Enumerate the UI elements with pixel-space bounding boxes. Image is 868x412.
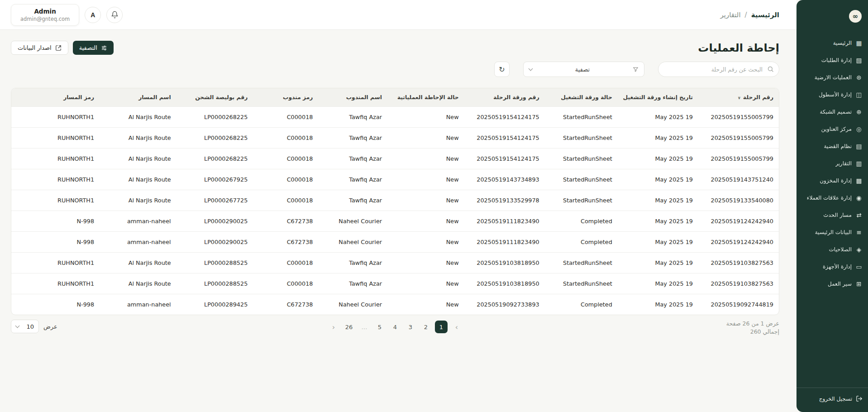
cell-runsheet-created-date: May 2025 19 [618,127,698,148]
sidebar-item-label: إدارة الطلبات [821,57,852,63]
sidebar-item-address-center[interactable]: ◎ مركز العناوين [796,120,868,138]
pagination-item[interactable]: 4 [389,321,401,333]
cell-route-name: amman-naheel [100,231,176,252]
cell-courier-name: Naheel Courier [318,231,387,252]
actions: التصفية اصدار البيانات [11,41,114,55]
filter-dropdown[interactable]: تصفية [523,62,644,77]
cell-awb-number: LP0000288525 [176,252,253,273]
page-size-select[interactable]: 10 [11,320,39,333]
network-design-icon: ⊕ [855,108,863,115]
column-header-label: حالة الإحاطة العملياتية [397,94,459,101]
language-button[interactable]: A [85,7,101,23]
cell-trip-sheet-number: 20250519111823490 [464,211,545,231]
chevron-down-icon [529,67,533,71]
chevron-down-icon [15,324,20,328]
column-header[interactable]: حالة ورقة التشغيل [545,88,618,106]
fleet-icon: ◫ [855,91,863,98]
cell-courier-name: Tawfiq Azar [318,148,387,169]
cell-trip-number: 20250519103827563 [698,252,779,273]
pagination-item[interactable]: 26 [343,321,355,333]
sidebar-item-workflow[interactable]: ⊞ سير العمل [796,275,868,292]
export-button[interactable]: اصدار البيانات [11,41,68,55]
cell-trip-sheet-number: 20250519111823490 [464,231,545,252]
column-header[interactable]: اسم المندوب [318,88,387,106]
cell-courier-name: Tawfiq Azar [318,127,387,148]
notifications-button[interactable] [106,7,123,23]
cell-route-name: Al Narjis Route [100,127,176,148]
pagination-item[interactable]: › [450,321,463,333]
column-header[interactable]: رقم ورقة الرحلة [464,88,545,106]
cell-courier-code: C000018 [253,127,318,148]
column-header-label: رقم الرحلة [743,94,773,101]
sidebar-item-fleet[interactable]: ◫ إدارة الأسطول [796,86,868,103]
pagination-item[interactable]: ‹ [327,321,340,333]
column-header[interactable]: اسم المسار [100,88,176,106]
cell-briefing-status: New [387,169,464,190]
cell-trip-number: 20250519143751240 [698,169,779,190]
cell-trip-sheet-number: 20250519103818950 [464,252,545,273]
column-header[interactable]: رمز المسار [11,88,100,106]
pagination-item[interactable]: 3 [404,321,417,333]
sidebar-item-crm[interactable]: ◉ إدارة علاقات العملاء [796,189,868,206]
topbar: الرئيسية / التقارير A Admin admin@gnteq.… [0,0,796,30]
profile-card[interactable]: Admin admin@gnteq.com [11,4,79,26]
operations-table: رقم الرحلة ∨ تاريخ إنشاء ورقة التشغيل [11,88,779,315]
cell-trip-number: 20250519103827563 [698,273,779,294]
pagination-item[interactable]: 1 [435,321,448,333]
column-header[interactable]: رقم الرحلة ∨ [698,88,779,106]
breadcrumb-home[interactable]: الرئيسية [751,11,779,19]
cell-trip-number: 20250519155005799 [698,148,779,169]
column-header[interactable]: تاريخ إنشاء ورقة التشغيل [618,88,698,106]
table-row: 20250519124242940 May 2025 19 Completed … [11,211,779,231]
cell-route-name: Al Narjis Route [100,273,176,294]
cell-trip-sheet-number: 20250519143734893 [464,169,545,190]
refresh-button[interactable]: ↻ [494,62,510,77]
sidebar-item-orders[interactable]: ▧ إدارة الطلبات [796,52,868,69]
cell-trip-sheet-number: 20250519103818950 [464,273,545,294]
sidebar-item-home[interactable]: ▦ الرئيسية [796,34,868,52]
pagination-item[interactable]: 2 [420,321,432,333]
sidebar-item-label: سير العمل [828,281,852,287]
sidebar-item-event-track[interactable]: ⇄ مسار الحدث [796,206,868,224]
cell-route-name: Al Narjis Route [100,148,176,169]
logout-button[interactable]: تسجيل الخروج [796,388,868,404]
profile-name: Admin [20,8,70,15]
content: إحاطة العمليات التصفية اصدار البيانات تص… [0,30,796,412]
column-header-label: اسم المسار [138,94,171,101]
sidebar-item-label: الرئيسية [833,40,852,46]
table-row: 20250519133540080 May 2025 19 StartedRun… [11,190,779,211]
cell-courier-name: Tawfiq Azar [318,273,387,294]
cell-runsheet-status: Completed [545,294,618,315]
cell-briefing-status: New [387,273,464,294]
main-area: الرئيسية / التقارير A Admin admin@gnteq.… [0,0,796,412]
master-data-icon: ≡ [855,229,863,236]
sidebar-item-master-data[interactable]: ≡ البيانات الرئيسية [796,224,868,241]
sidebar-item-inventory[interactable]: ▩ إدارة المخزون [796,172,868,189]
pagination-item[interactable]: 5 [373,321,386,333]
cell-courier-name: Tawfiq Azar [318,106,387,127]
search-field [658,62,779,77]
cell-briefing-status: New [387,106,464,127]
cell-route-code: RUHNORTH1 [11,127,100,148]
sidebar-item-ground-operations[interactable]: ⊛ العمليات الارضية [796,69,868,86]
sidebar-item-label: إدارة الأجهزة [823,263,852,270]
sidebar-nav: ▦ الرئيسية ▧ إدارة الطلبات ⊛ العمليات ال… [796,34,868,292]
search-input[interactable] [658,62,779,77]
total-count: إجمالي 260 [463,328,779,336]
cell-courier-code: C000018 [253,148,318,169]
column-header[interactable]: رمز مندوب [253,88,318,106]
sidebar-item-devices[interactable]: ▭ إدارة الأجهزة [796,258,868,275]
sidebar-item-label: البيانات الرئيسية [815,229,852,235]
sidebar-item-permissions[interactable]: ◈ الصلاحيات [796,241,868,258]
sidebar-item-reports[interactable]: ▥ التقارير [796,155,868,172]
sidebar-item-network-design[interactable]: ⊕ تصميم الشبكة [796,103,868,120]
page-summary: عرض 1 من 26 صفحة إجمالي 260 [463,320,779,336]
cell-runsheet-created-date: May 2025 19 [618,294,698,315]
column-header[interactable]: رقم بوليصة الشحن [176,88,253,106]
column-header[interactable]: حالة الإحاطة العملياتية [387,88,464,106]
logout-label: تسجيل الخروج [819,396,852,402]
sidebar-item-case-system[interactable]: ▤ نظام القضية [796,138,868,155]
filter-button[interactable]: التصفية [73,41,114,55]
cell-route-code: RUHNORTH1 [11,273,100,294]
table-row: 20250519155005799 May 2025 19 StartedRun… [11,127,779,148]
